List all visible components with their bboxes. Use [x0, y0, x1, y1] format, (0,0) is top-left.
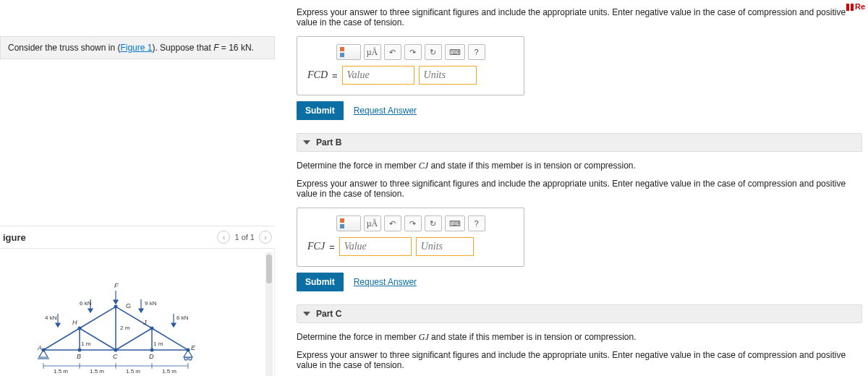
partA-request-answer-link[interactable]: Request Answer	[354, 106, 417, 116]
equals-sign: =	[332, 70, 338, 81]
reset-button[interactable]: ↻	[425, 215, 442, 231]
svg-text:B: B	[77, 353, 81, 360]
help-button[interactable]: ?	[468, 44, 485, 60]
truss-diagram: F G H J A B C D E 4 kN 6 kN 9 kN 6 kN 2 …	[29, 278, 231, 376]
svg-text:J: J	[142, 319, 147, 326]
svg-text:1.5 m: 1.5 m	[54, 368, 68, 375]
partB-var-label: FCJ	[307, 241, 325, 252]
svg-text:A: A	[37, 344, 42, 351]
partB-answer-box: µÅ ↶ ↷ ↻ ⌨ ? FCJ =	[297, 208, 524, 267]
templates-button[interactable]	[336, 215, 361, 231]
svg-text:1 m: 1 m	[81, 341, 91, 347]
special-char-button[interactable]: µÅ	[364, 215, 381, 231]
figure-heading: igure	[3, 232, 26, 243]
svg-text:C: C	[113, 353, 118, 360]
svg-point-13	[78, 327, 82, 330]
svg-point-11	[150, 349, 154, 352]
svg-text:E: E	[191, 344, 196, 351]
svg-text:F: F	[114, 282, 119, 289]
partA-value-input[interactable]	[342, 66, 414, 85]
svg-point-16	[184, 357, 187, 360]
svg-text:4 kN: 4 kN	[45, 315, 57, 321]
partC-question: Determine the force in member GJ and sta…	[297, 332, 862, 343]
caret-down-icon	[303, 312, 310, 316]
svg-point-17	[189, 357, 192, 360]
partA-var-label: FCD	[307, 69, 328, 81]
fig-next-button[interactable]: ›	[259, 231, 272, 244]
svg-text:D: D	[149, 353, 154, 360]
partA-instructions: Express your answer to three significant…	[297, 7, 862, 27]
svg-text:6 kN: 6 kN	[176, 315, 189, 321]
svg-text:6 kN: 6 kN	[80, 300, 92, 307]
svg-text:1 m: 1 m	[153, 341, 163, 347]
keyboard-button[interactable]: ⌨	[445, 215, 465, 231]
redo-button[interactable]: ↷	[404, 215, 422, 231]
figure-scrollbar[interactable]	[265, 252, 273, 376]
partA-units-input[interactable]	[419, 66, 477, 85]
svg-text:1.5 m: 1.5 m	[162, 368, 176, 375]
figure-link[interactable]: Figure 1	[120, 43, 152, 53]
partB-units-input[interactable]	[416, 237, 474, 256]
undo-button[interactable]: ↶	[384, 215, 401, 231]
partB-request-answer-link[interactable]: Request Answer	[354, 277, 417, 287]
svg-text:1.5 m: 1.5 m	[126, 368, 140, 375]
help-button[interactable]: ?	[468, 215, 485, 231]
svg-point-15	[150, 327, 154, 330]
caret-down-icon	[303, 140, 310, 145]
undo-button[interactable]: ↶	[384, 44, 401, 60]
partB-header[interactable]: Part B	[297, 133, 862, 152]
special-char-button[interactable]: µÅ	[364, 44, 381, 60]
figure-panel: F G H J A B C D E 4 kN 6 kN 9 kN 6 kN 2 …	[0, 249, 275, 376]
svg-text:H: H	[72, 319, 77, 326]
partB-value-input[interactable]	[339, 237, 412, 256]
partA-submit-button[interactable]: Submit	[297, 101, 344, 120]
figure-counter: 1 of 1	[234, 233, 255, 242]
svg-point-14	[114, 305, 118, 309]
equals-sign: =	[329, 242, 335, 252]
svg-text:1.5 m: 1.5 m	[90, 368, 104, 375]
partB-submit-button[interactable]: Submit	[297, 273, 344, 291]
reset-button[interactable]: ↻	[425, 44, 442, 60]
svg-text:G: G	[126, 302, 131, 309]
templates-button[interactable]	[336, 44, 361, 60]
svg-line-7	[116, 328, 152, 350]
partA-answer-box: µÅ ↶ ↷ ↻ ⌨ ? FCD =	[297, 36, 524, 95]
svg-text:2 m: 2 m	[120, 325, 130, 331]
svg-text:9 kN: 9 kN	[145, 300, 157, 307]
partC-header[interactable]: Part C	[297, 304, 862, 323]
redo-button[interactable]: ↷	[404, 44, 422, 60]
problem-statement: Consider the truss shown in (Figure 1). …	[0, 36, 275, 59]
partB-question: Determine the force in member CJ and sta…	[297, 161, 862, 171]
partB-instructions: Express your answer to three significant…	[297, 179, 862, 199]
keyboard-button[interactable]: ⌨	[445, 44, 465, 60]
svg-point-10	[114, 349, 118, 352]
fig-prev-button[interactable]: ‹	[217, 231, 230, 244]
svg-point-9	[78, 349, 82, 352]
partC-instructions: Express your answer to three significant…	[297, 350, 862, 370]
